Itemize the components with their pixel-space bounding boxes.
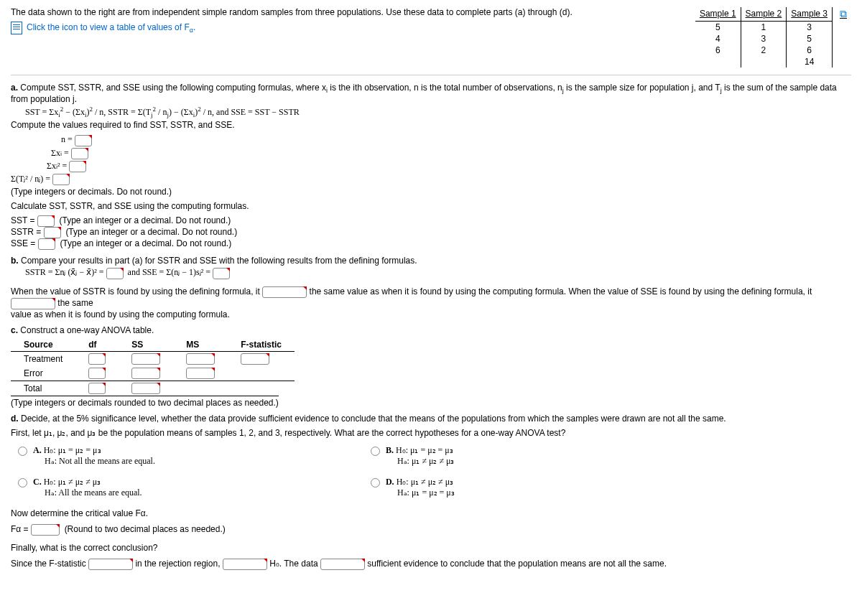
radio-icon[interactable] — [371, 447, 380, 456]
d-first: First, let μ₁, μ₂, and μ₃ be the populat… — [11, 428, 851, 438]
compute-label: Compute the values required to find SST,… — [11, 120, 851, 130]
b-sentence: When the value of SSTR is found by using… — [11, 286, 851, 309]
sumt2-row: Σ(Tⱼ² / nⱼ) = — [11, 174, 851, 185]
cell: 5 — [787, 33, 833, 45]
input-f[interactable] — [241, 353, 269, 365]
radio-icon[interactable] — [371, 478, 380, 487]
sumx-row: Σxᵢ = — [51, 148, 851, 159]
cell: 3 — [787, 21, 833, 33]
cell: 4 — [695, 33, 741, 45]
intro-text: The data shown to the right are from ind… — [11, 7, 681, 17]
col-header: Sample 1 — [695, 7, 741, 21]
anova-row-treatment: Treatment — [11, 351, 295, 366]
final-q: Finally, what is the correct conclusion? — [11, 543, 851, 553]
col-header: Sample 3 — [787, 7, 833, 21]
input-ss-tr[interactable] — [131, 353, 160, 365]
cell: 14 — [787, 56, 833, 67]
part-c-intro: c. c. Construct a one-way ANOVA table.Co… — [11, 325, 851, 335]
input-ms-err[interactable] — [186, 368, 215, 379]
anova-header: F-statistic — [228, 338, 295, 352]
cell: 3 — [741, 33, 787, 45]
sstr-row: SSTR = (Type an integer or a decimal. Do… — [11, 227, 851, 238]
option-d[interactable]: D. H₀: μ₁ ≠ μ₂ ≠ μ₃Hₐ: μ₁ = μ₂ = μ₃ — [371, 477, 455, 498]
anova-header: Source — [11, 338, 75, 352]
formula-sst: SST = Σxi2 − (Σxi)2 / n, SSTR = Σ(Tj2 / … — [25, 106, 851, 118]
input-sse-def[interactable] — [213, 268, 230, 279]
sse-row: SSE = (Type an integer or a decimal. Do … — [11, 238, 851, 250]
anova-row-error: Error — [11, 366, 295, 381]
part-b-intro: b. b. Compare your results in part (a) f… — [11, 256, 851, 266]
input-fa[interactable] — [31, 524, 60, 536]
cell: 6 — [695, 45, 741, 56]
b-sentence-2: value as when it is found by using the c… — [11, 309, 851, 319]
input-sumx2[interactable] — [69, 161, 86, 172]
input-sumx[interactable] — [71, 148, 88, 159]
input-df-tot[interactable] — [88, 383, 106, 394]
anova-row-total: Total — [11, 381, 295, 396]
input-n[interactable] — [75, 135, 92, 146]
input-df-tr[interactable] — [88, 353, 106, 365]
input-sumt2[interactable] — [52, 174, 70, 185]
file-icon[interactable] — [11, 22, 22, 34]
input-sse[interactable] — [38, 238, 55, 250]
part-d-intro: d. d. Decide, at the 5% significance lev… — [11, 414, 851, 424]
popout-icon[interactable]: ⧉ — [840, 8, 847, 19]
cell: 6 — [787, 45, 833, 56]
dropdown-sstr-compare[interactable] — [262, 286, 307, 298]
n-row: n = — [61, 134, 851, 146]
anova-header: SS — [119, 338, 173, 352]
col-header: Sample 2 — [741, 7, 787, 21]
option-b[interactable]: B. H₀: μ₁ = μ₂ = μ₃Hₐ: μ₁ ≠ μ₂ ≠ μ₃ — [371, 445, 455, 467]
sst-row: SST = (Type an integer or a decimal. Do … — [11, 215, 851, 227]
sample-data-table: Sample 1 Sample 2 Sample 3 ⧉ 513 435 626… — [695, 7, 851, 67]
dropdown-f-region[interactable] — [88, 559, 133, 570]
radio-icon[interactable] — [18, 478, 27, 487]
input-ss-err[interactable] — [131, 368, 160, 379]
radio-icon[interactable] — [18, 447, 27, 456]
input-ss-tot[interactable] — [131, 383, 160, 394]
link-text[interactable]: Click the icon to view a table of values… — [27, 22, 195, 34]
part-a-intro: a. a. Compute SST, SSTR, and SSE using t… — [11, 83, 851, 104]
cell: 5 — [695, 21, 741, 33]
helper-a1: (Type integers or decimals. Do not round… — [11, 187, 851, 197]
cell: 2 — [741, 45, 787, 56]
cell: 1 — [741, 21, 787, 33]
sumx2-row: Σxᵢ² = — [47, 161, 851, 172]
cell — [695, 56, 741, 67]
input-sst[interactable] — [37, 215, 55, 227]
cell — [741, 56, 787, 67]
anova-header: df — [75, 338, 119, 352]
option-a[interactable]: A. H₀: μ₁ = μ₂ = μ₃Hₐ: Not all the means… — [18, 445, 155, 467]
input-ms-tr[interactable] — [186, 353, 215, 365]
fa-row: Fα = (Round to two decimal places as nee… — [11, 524, 851, 536]
input-sstr-def[interactable] — [106, 268, 124, 279]
option-c[interactable]: C. H₀: μ₁ ≠ μ₂ ≠ μ₃Hₐ: All the means are… — [18, 477, 155, 498]
input-df-err[interactable] — [88, 368, 106, 379]
conclusion: Since the F-statistic in the rejection r… — [11, 559, 851, 570]
crit-label: Now determine the critical value Fα. — [11, 508, 851, 518]
anova-table: Source df SS MS F-statistic Treatment Er… — [11, 338, 295, 396]
dropdown-sse-compare[interactable] — [11, 298, 55, 309]
helper-c: (Type integers or decimals rounded to tw… — [11, 396, 279, 408]
input-sstr[interactable] — [44, 227, 61, 238]
dropdown-evidence[interactable] — [320, 559, 365, 570]
calc-label: Calculate SST, SSTR, and SSE using the c… — [11, 201, 851, 211]
formula-b: SSTR = Σnⱼ (x̄ⱼ − x̄)² = and SSE = Σ(nⱼ … — [25, 267, 851, 279]
dropdown-reject[interactable] — [223, 559, 267, 570]
anova-header: MS — [173, 338, 228, 352]
